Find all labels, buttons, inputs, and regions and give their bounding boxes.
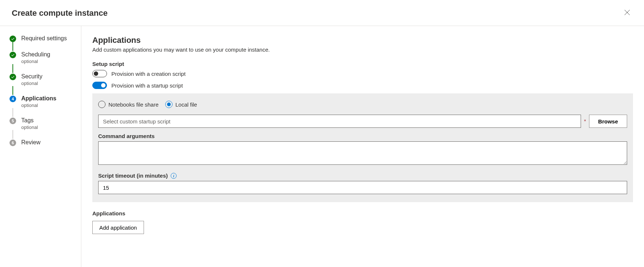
step-security[interactable]: Security optional: [10, 73, 81, 86]
step-subtitle: optional: [21, 103, 56, 108]
step-subtitle: optional: [21, 81, 42, 86]
checkmark-icon: [10, 36, 16, 42]
required-asterisk: *: [584, 118, 586, 124]
step-number-icon: 4: [10, 96, 16, 102]
step-connector: [12, 86, 13, 95]
script-timeout-input[interactable]: [98, 181, 627, 194]
step-title: Security: [21, 73, 42, 80]
applications-label: Applications: [92, 210, 633, 216]
radio-local-file[interactable]: Local file: [165, 101, 197, 108]
step-connector: [12, 130, 13, 139]
toggle-startup-script[interactable]: [92, 82, 107, 89]
radio-icon: [165, 101, 173, 108]
close-button[interactable]: [622, 7, 632, 19]
page-title: Create compute instance: [12, 8, 108, 18]
page-header: Create compute instance: [0, 0, 644, 26]
checkmark-icon: [10, 74, 16, 80]
checkmark-icon: [10, 52, 16, 58]
toggle-startup-label: Provision with a startup script: [111, 82, 183, 89]
toggle-creation-script[interactable]: [92, 70, 107, 77]
info-icon[interactable]: i: [171, 173, 177, 179]
radio-icon: [98, 101, 106, 108]
close-icon: [624, 10, 630, 15]
section-description: Add custom applications you may want to …: [92, 47, 633, 53]
script-timeout-label: Script timeout (in minutes): [98, 173, 168, 179]
toggle-creation-label: Provision with a creation script: [111, 71, 186, 77]
step-required-settings[interactable]: Required settings: [10, 35, 81, 42]
radio-notebooks-file-share[interactable]: Notebooks file share: [98, 101, 159, 108]
wizard-steps-sidebar: Required settings Scheduling optional Se…: [0, 26, 81, 267]
radio-label: Notebooks file share: [108, 101, 159, 108]
main-content: Applications Add custom applications you…: [81, 26, 644, 267]
startup-script-path-input[interactable]: [98, 115, 581, 128]
add-application-button[interactable]: Add application: [92, 221, 144, 234]
step-review[interactable]: 6 Review: [10, 139, 81, 146]
step-number-icon: 6: [10, 140, 16, 146]
section-title: Applications: [92, 36, 633, 45]
step-title: Tags: [21, 117, 38, 124]
step-title: Required settings: [21, 35, 67, 42]
startup-script-panel: Notebooks file share Local file * Browse…: [92, 93, 633, 202]
step-title: Applications: [21, 95, 56, 102]
command-arguments-input[interactable]: [98, 141, 627, 165]
step-connector: [12, 108, 13, 117]
step-title: Review: [21, 139, 40, 146]
command-arguments-label: Command arguments: [98, 133, 627, 139]
step-subtitle: optional: [21, 59, 50, 64]
step-applications[interactable]: 4 Applications optional: [10, 95, 81, 108]
step-number-icon: 5: [10, 118, 16, 124]
step-connector: [12, 64, 13, 73]
setup-script-label: Setup script: [92, 61, 633, 67]
step-connector: [12, 42, 13, 51]
browse-button[interactable]: Browse: [589, 115, 627, 128]
step-scheduling[interactable]: Scheduling optional: [10, 51, 81, 64]
radio-label: Local file: [175, 101, 197, 108]
step-tags[interactable]: 5 Tags optional: [10, 117, 81, 130]
step-subtitle: optional: [21, 125, 38, 130]
step-title: Scheduling: [21, 51, 50, 58]
